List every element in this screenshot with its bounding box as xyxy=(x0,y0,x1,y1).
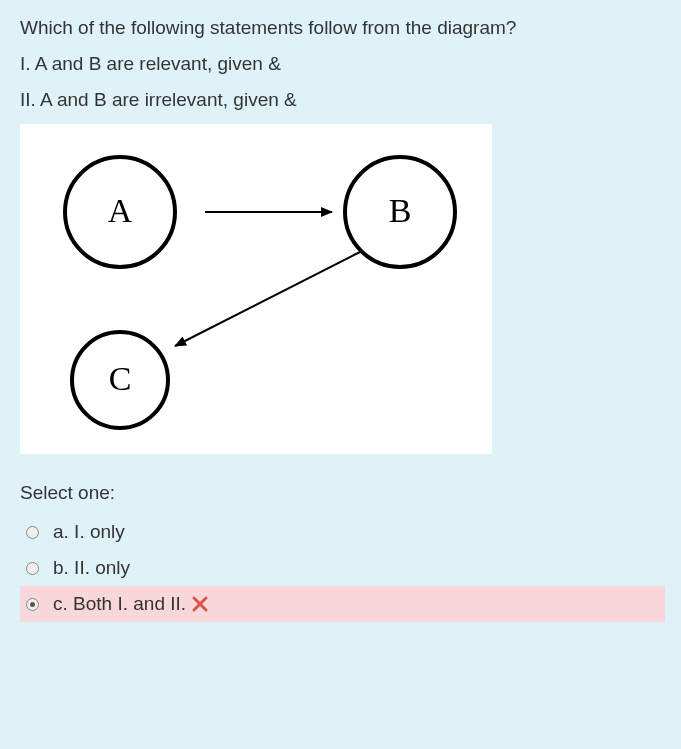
statement-2: II. A and B are irrelevant, given & xyxy=(20,82,665,118)
node-a-label: A xyxy=(108,192,133,229)
statement-1: I. A and B are relevant, given & xyxy=(20,46,665,82)
node-c-label: C xyxy=(109,360,132,397)
radio-c[interactable] xyxy=(26,598,39,611)
question-text: Which of the following statements follow… xyxy=(20,10,665,118)
diagram-image: A B C xyxy=(20,124,492,454)
radio-a[interactable] xyxy=(26,526,39,539)
edge-b-c xyxy=(175,252,360,346)
diagram-svg: A B C xyxy=(20,124,492,454)
question-prompt: Which of the following statements follow… xyxy=(20,10,665,46)
wrong-icon xyxy=(192,596,208,612)
radio-b[interactable] xyxy=(26,562,39,575)
option-a[interactable]: a. I. only xyxy=(20,514,665,550)
option-a-label: a. I. only xyxy=(53,521,125,543)
option-c-label: c. Both I. and II. xyxy=(53,593,186,615)
option-b-label: b. II. only xyxy=(53,557,130,579)
node-b-label: B xyxy=(389,192,412,229)
select-prompt: Select one: xyxy=(20,482,665,504)
question-container: Which of the following statements follow… xyxy=(0,0,681,638)
option-b[interactable]: b. II. only xyxy=(20,550,665,586)
option-c[interactable]: c. Both I. and II. xyxy=(20,586,665,622)
